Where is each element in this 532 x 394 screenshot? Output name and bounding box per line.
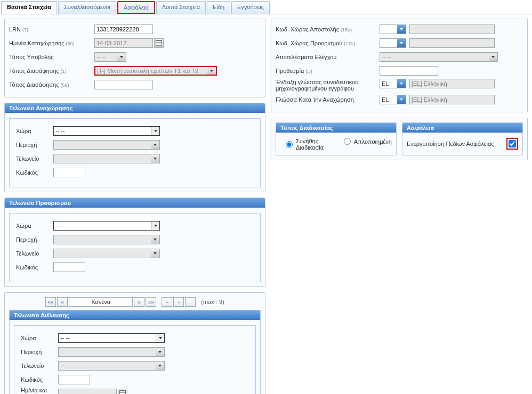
decltype-select[interactable]: [T-] Μικτή αποστολή εμπ/των T1 και T2 [94,66,217,76]
chevron-down-icon[interactable] [397,95,406,104]
chevron-down-icon[interactable] [151,154,159,163]
decltype-label: Τύπος Διασάφησης(1) [9,68,94,74]
doclang-label: Ένδειξη γλώσσας συνοδευτικού μηχανογραφη… [276,79,380,92]
security-header: Ασφάλεια [402,123,522,133]
tr-arrival-dt [58,389,117,394]
chevron-down-icon[interactable] [156,334,164,342]
chevron-down-icon[interactable] [397,39,406,47]
deadline-label: Προθεσμία(D) [276,68,380,74]
nav-first[interactable]: «« [45,297,56,307]
panel-transit: Τελωνείο Διέλευσης [10,310,260,320]
security-check-wrap [506,138,518,150]
dest-region-select[interactable] [53,235,160,244]
chevron-down-icon[interactable] [151,249,159,258]
subtype-label: Τύπος Υποβολής [9,54,94,60]
dest-cust-select[interactable] [53,249,160,258]
transit-nav: «« « Κανένα » »» + - (max : 9) [9,297,261,307]
arrival-dt-label: Ημ/νία και Ώρα Άφιξης [21,388,58,394]
dispatch-code-select[interactable] [380,24,406,34]
panel-departure: Τελωνείο Αναχώρησης [5,103,265,113]
dep-region-select[interactable] [53,140,160,150]
tr-cust-select[interactable] [58,361,165,371]
chevron-down-icon[interactable] [397,25,406,34]
tab-guarantees[interactable]: Εγγυήσεις [231,1,270,14]
radio-simplified-input[interactable] [344,138,351,145]
tab-parties[interactable]: Συναλλασσόμενοι [58,1,116,14]
security-check-label: Ενεργοποίηση Πεδίων Ασφάλειας [407,141,494,147]
chevron-down-icon[interactable] [151,127,159,135]
nav-clear[interactable] [185,297,196,307]
procedure-header: Τύπος Διαδικασίας [276,123,396,133]
deptlang-name: [EL] Ελληνική [409,95,495,104]
nav-add[interactable]: + [162,297,172,307]
dep-code-label: Κωδικός [16,169,53,176]
chevron-down-icon[interactable] [156,362,164,370]
radio-normal-input[interactable] [286,141,293,148]
radio-simplified[interactable]: Απλοποιημένη [344,138,392,151]
declplace-label: Τόπος Διασάφησης(50) [9,81,94,88]
lrn-label: LRN(7) [9,26,94,32]
declplace-input[interactable] [94,80,153,89]
dest-country-select[interactable]: -- -- [53,221,160,231]
tab-other[interactable]: Λοιπά Στοιχεία [156,1,206,14]
regdate-label: Ημ/νία Καταχώρησης(50) [9,40,94,46]
control-select[interactable]: -- -- [380,52,498,62]
procedure-panel: Τύπος Διαδικασίας Συνήθης Διαδικασία Απλ… [276,122,397,155]
nav-last[interactable]: »» [146,297,156,307]
dep-country-select[interactable]: -- -- [53,126,160,136]
lrn-input[interactable] [94,24,153,34]
chevron-down-icon[interactable] [151,235,159,244]
dep-country-label: Χώρα [16,128,53,134]
dispatch-label: Κωδ. Χώρας Αποστολής(15a) [276,26,380,32]
calendar-icon[interactable] [154,38,164,48]
tab-basic[interactable]: Βασικά Στοιχεία [1,1,57,14]
chevron-down-icon[interactable] [207,67,216,75]
security-panel: Ασφάλεια Ενεργοποίηση Πεδίων Ασφάλειας [402,122,523,155]
panel-destination: Τελωνείο Προορισμού [5,198,265,208]
nav-prev[interactable]: « [57,297,68,307]
destctry-label: Κωδ. Χώρας Προορισμού(17a) [276,40,380,46]
doclang-name: [EL] Ελληνική [409,79,495,88]
chevron-down-icon[interactable] [397,79,406,88]
chevron-down-icon[interactable] [151,141,159,149]
chevron-down-icon[interactable] [489,53,497,61]
chevron-down-icon[interactable] [156,348,164,356]
calendar-icon[interactable] [118,389,127,394]
control-label: Αποτελέσματα Ελέγχου [276,54,380,60]
doclang-code[interactable]: EL [380,79,406,88]
deadline-input[interactable] [380,66,438,76]
tr-region-select[interactable] [58,347,165,357]
deptlang-code[interactable]: EL [380,95,406,104]
security-checkbox[interactable] [509,140,516,147]
subtype-select[interactable]: -- -- [94,52,126,62]
tab-security[interactable]: Ασφάλεια [117,1,155,14]
dep-cust-label: Τελωνείο [16,155,53,162]
dest-code-select[interactable] [380,38,406,48]
tr-country-select[interactable]: -- -- [58,333,165,343]
chevron-down-icon[interactable] [117,53,126,61]
dest-code-input[interactable] [53,262,85,272]
nav-max: (max : 9) [201,299,224,305]
chevron-down-icon[interactable] [151,221,159,230]
deptlang-label: Γλώσσα Κατά την Αναχώρηση [276,96,380,103]
tab-items[interactable]: Είδη [207,1,230,14]
dep-region-label: Περιοχή [16,142,53,148]
dep-code-input[interactable] [53,168,85,177]
nav-remove[interactable]: - [173,297,184,307]
dest-name [409,38,495,48]
radio-normal[interactable]: Συνήθης Διαδικασία [286,138,328,151]
regdate-display: 14-03-2012 [94,38,153,48]
dep-cust-select[interactable] [53,154,160,163]
nav-next[interactable]: » [134,297,144,307]
dispatch-name [409,24,495,34]
tabs: Βασικά Στοιχεία Συναλλασσόμενοι Ασφάλεια… [0,0,532,14]
nav-position: Κανένα [69,297,133,307]
tr-code-input[interactable] [58,375,90,384]
